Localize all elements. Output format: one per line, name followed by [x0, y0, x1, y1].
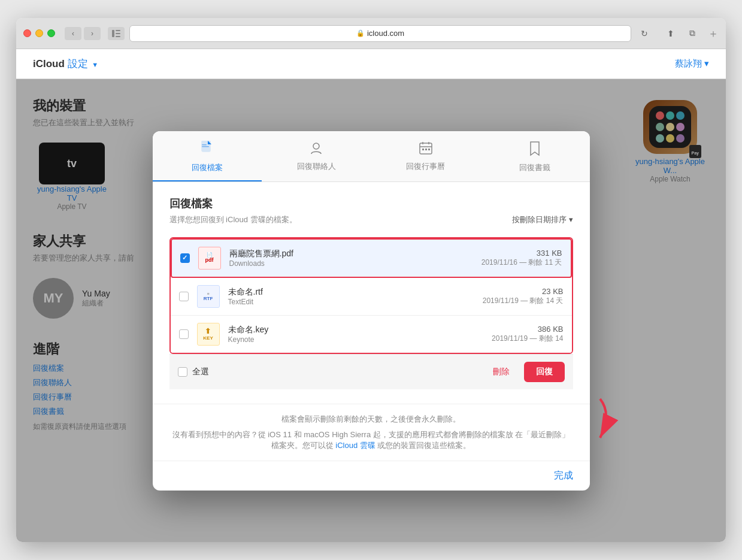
file-row-3[interactable]: ⬆ KEY 未命名.key Keynote 386 KB 2019/11/19 … [171, 316, 572, 353]
action-buttons: 刪除 回復 [484, 362, 565, 382]
address-bar[interactable]: 🔒 icloud.com [129, 25, 631, 42]
file3-icon: ⬆ KEY [197, 323, 220, 346]
file3-name: 未命名.key [228, 325, 484, 335]
file1-source: Downloads [229, 259, 473, 268]
svg-rect-5 [202, 144, 207, 146]
traffic-lights [23, 29, 55, 37]
file-row-2[interactable]: ≡ RTF 未命名.rtf TextEdit 23 KB 2019/11/19 … [171, 278, 572, 316]
file2-source: TextEdit [228, 298, 474, 306]
file2-meta: 23 KB 2019/11/19 — 剩餘 14 天 [483, 287, 564, 306]
modal-notice: 檔案會顯示刪除前剩餘的天數，之後便會永久刪除。 沒有看到預想中的內容？從 iOS… [153, 404, 590, 461]
tab-files-label: 回復檔案 [192, 162, 223, 173]
minimize-button[interactable] [35, 29, 43, 37]
file2-size: 23 KB [483, 287, 564, 296]
select-all-checkbox[interactable] [178, 367, 187, 377]
fullscreen-button[interactable] [47, 29, 55, 37]
file2-name: 未命名.rtf [228, 287, 474, 298]
modal-tabs: 回復檔案 回復聯絡人 [153, 131, 590, 182]
modal-overlay: 回復檔案 回復聯絡人 [16, 79, 726, 542]
share-button[interactable]: ⬆ [662, 27, 679, 40]
file2-checkbox[interactable] [179, 292, 189, 301]
notice2-part3: 或您的裝置回復這些檔案。 [377, 441, 471, 450]
tab-contacts-label: 回復聯絡人 [297, 161, 336, 172]
user-dropdown-icon: ▾ [704, 58, 709, 68]
tab-files-icon [201, 141, 214, 159]
restore-button[interactable]: 回復 [524, 362, 565, 382]
notice2-part1: 沒有看到預想中的內容？從 iOS 11 和 macOS High Sierra … [172, 430, 513, 439]
file1-size: 331 KB [481, 249, 562, 258]
file1-info: 兩廳院售票網.pdf Downloads [229, 249, 473, 268]
tab-bookmarks-icon [528, 141, 541, 159]
file2-date: 2019/11/19 — 剩餘 14 天 [483, 296, 564, 306]
sort-button[interactable]: 按刪除日期排序 ▾ [512, 214, 573, 225]
file-list: 📄 pdf 兩廳院售票網.pdf Downloads 331 KB 2019/1 [169, 237, 573, 354]
done-button[interactable]: 完成 [554, 470, 573, 482]
notice-line1: 檔案會顯示刪除前剩餘的天數，之後便會永久刪除。 [169, 414, 573, 425]
file-row-1[interactable]: 📄 pdf 兩廳院售票網.pdf Downloads 331 KB 2019/1 [171, 238, 572, 278]
tab-restore-contacts[interactable]: 回復聯絡人 [262, 131, 371, 181]
file2-icon: ≡ RTF [197, 285, 220, 308]
tab-restore-bookmarks[interactable]: 回復書籤 [480, 131, 590, 181]
sidebar-toggle-button[interactable] [108, 27, 125, 40]
tab-restore-calendar[interactable]: 回復行事曆 [371, 131, 481, 181]
modal-subtitle: 選擇您想回復到 iCloud 雲碟的檔案。 [169, 214, 297, 225]
lock-icon: 🔒 [356, 29, 365, 37]
settings-dropdown-icon[interactable]: ▼ [92, 61, 98, 68]
new-tab-button[interactable]: ⧉ [684, 27, 701, 40]
file1-date: 2019/11/16 — 剩餘 11 天 [481, 258, 562, 268]
file1-name: 兩廳院售票網.pdf [229, 249, 473, 259]
user-menu[interactable]: 蔡詠翔 ▾ [675, 58, 709, 69]
file3-date: 2019/11/19 — 剩餘 14 [492, 334, 563, 344]
add-tab-icon[interactable]: ＋ [708, 26, 719, 41]
modal-footer: 完成 [153, 461, 590, 491]
tab-restore-files[interactable]: 回復檔案 [153, 131, 262, 181]
restore-modal: 回復檔案 回復聯絡人 [153, 131, 590, 491]
modal-body: 回復檔案 選擇您想回復到 iCloud 雲碟的檔案。 按刪除日期排序 ▾ [153, 182, 590, 404]
app-header: iCloud 設定 ▼ 蔡詠翔 ▾ [16, 49, 726, 79]
back-button[interactable]: ‹ [65, 27, 81, 40]
close-button[interactable] [23, 29, 31, 37]
file3-info: 未命名.key Keynote [228, 325, 484, 344]
svg-rect-1 [116, 30, 120, 31]
svg-rect-2 [116, 33, 120, 34]
svg-rect-6 [202, 146, 209, 147]
select-all-label: 全選 [192, 367, 209, 377]
svg-rect-12 [422, 149, 424, 150]
icloud-label: iCloud [33, 58, 65, 69]
svg-point-7 [313, 143, 319, 149]
svg-rect-3 [116, 36, 120, 37]
url-display: icloud.com [367, 29, 404, 38]
app-title: iCloud 設定 ▼ [33, 57, 98, 71]
file1-checkbox[interactable] [180, 253, 190, 263]
file2-info: 未命名.rtf TextEdit [228, 287, 474, 306]
select-all-row: 全選 [178, 367, 209, 377]
file3-checkbox[interactable] [179, 329, 189, 339]
file1-icon: 📄 pdf [198, 247, 221, 270]
svg-rect-14 [428, 149, 430, 150]
notice-line2: 沒有看到預想中的內容？從 iOS 11 和 macOS High Sierra … [169, 429, 573, 451]
tab-calendar-icon [419, 141, 433, 158]
page-content: 我的裝置 您已在這些裝置上登入並執行 tv yung-hsiang's Appl… [16, 79, 726, 542]
forward-button[interactable]: › [84, 27, 101, 40]
file3-meta: 386 KB 2019/11/19 — 剩餘 14 [492, 325, 563, 344]
tab-contacts-icon [309, 141, 323, 158]
svg-rect-0 [112, 30, 114, 37]
file3-source: Keynote [228, 335, 484, 344]
reload-button[interactable]: ↻ [636, 27, 653, 40]
modal-title: 回復檔案 [169, 196, 573, 211]
tab-bookmarks-label: 回復書籤 [519, 162, 550, 173]
file1-meta: 331 KB 2019/11/16 — 剩餘 11 天 [481, 249, 562, 268]
modal-action-bar: 全選 刪除 回復 [169, 354, 573, 389]
notice2-link[interactable]: iCloud 雲碟 [335, 441, 375, 450]
modal-subtitle-row: 選擇您想回復到 iCloud 雲碟的檔案。 按刪除日期排序 ▾ [169, 214, 573, 225]
svg-rect-13 [425, 149, 427, 150]
tab-calendar-label: 回復行事曆 [406, 161, 445, 172]
browser-window: ‹ › 🔒 icloud.com ↻ ⬆ ⧉ ＋ iCloud 設定 [16, 18, 726, 542]
browser-actions: ⬆ ⧉ [662, 27, 701, 40]
file3-size: 386 KB [492, 325, 563, 334]
browser-titlebar: ‹ › 🔒 icloud.com ↻ ⬆ ⧉ ＋ [16, 18, 726, 49]
user-name: 蔡詠翔 [675, 58, 702, 68]
settings-label: 設定 [68, 58, 88, 69]
nav-buttons: ‹ › [65, 27, 101, 40]
delete-button[interactable]: 刪除 [484, 362, 518, 382]
